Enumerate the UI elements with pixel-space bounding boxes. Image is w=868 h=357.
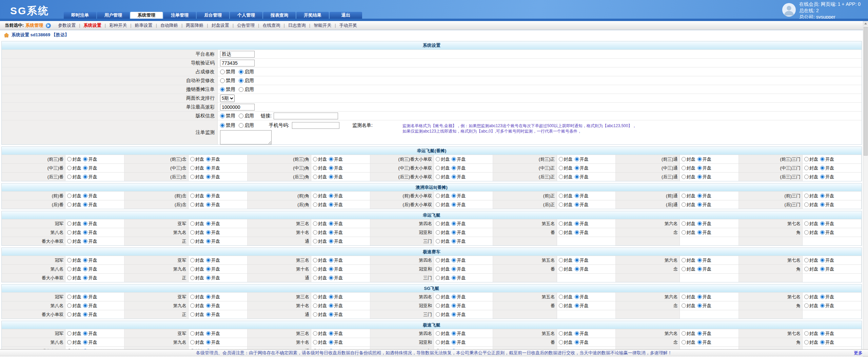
- open-radio[interactable]: 开盘: [206, 221, 220, 227]
- close-radio[interactable]: 封盘: [804, 221, 818, 227]
- close-radio-input[interactable]: [559, 267, 563, 271]
- open-radio[interactable]: 开盘: [206, 238, 220, 244]
- close-radio-input[interactable]: [436, 239, 440, 243]
- open-radio[interactable]: 开盘: [575, 193, 589, 199]
- close-radio-input[interactable]: [559, 340, 563, 344]
- close-radio-input[interactable]: [682, 175, 686, 179]
- open-radio-input[interactable]: [575, 331, 579, 336]
- close-radio[interactable]: 封盘: [804, 339, 818, 345]
- open-radio[interactable]: 开盘: [575, 174, 589, 180]
- open-radio-input[interactable]: [452, 239, 456, 243]
- tab-开奖结果[interactable]: 开奖结果: [296, 12, 329, 19]
- open-radio[interactable]: 开盘: [329, 339, 343, 345]
- close-radio[interactable]: 封盘: [313, 275, 327, 281]
- enable-radio-input[interactable]: [239, 70, 243, 74]
- close-radio-input[interactable]: [313, 166, 317, 170]
- close-radio-input[interactable]: [190, 157, 195, 161]
- open-radio[interactable]: 开盘: [820, 230, 834, 236]
- open-radio[interactable]: 开盘: [329, 202, 343, 208]
- close-radio[interactable]: 封盘: [313, 312, 327, 318]
- close-radio[interactable]: 封盘: [559, 294, 573, 300]
- close-radio-input[interactable]: [804, 295, 809, 299]
- open-radio[interactable]: 开盘: [820, 156, 834, 162]
- close-radio-input[interactable]: [436, 295, 440, 299]
- open-radio-input[interactable]: [452, 175, 456, 179]
- close-radio[interactable]: 封盘: [804, 294, 818, 300]
- open-radio[interactable]: 开盘: [452, 266, 466, 272]
- close-radio-input[interactable]: [190, 230, 195, 235]
- close-radio-input[interactable]: [436, 312, 440, 317]
- close-radio-input[interactable]: [804, 340, 809, 344]
- open-radio-input[interactable]: [329, 157, 333, 161]
- open-radio[interactable]: 开盘: [83, 312, 97, 318]
- close-radio[interactable]: 封盘: [67, 339, 81, 345]
- open-radio[interactable]: 开盘: [83, 294, 97, 300]
- open-radio-input[interactable]: [452, 312, 456, 317]
- enable-radio[interactable]: 启用: [239, 78, 254, 84]
- disable-radio-input[interactable]: [220, 87, 225, 92]
- close-radio-input[interactable]: [559, 194, 563, 198]
- open-radio-input[interactable]: [820, 295, 825, 299]
- copyright-link-input[interactable]: [274, 113, 338, 119]
- open-radio[interactable]: 开盘: [329, 294, 343, 300]
- open-radio-input[interactable]: [83, 340, 87, 344]
- close-radio[interactable]: 封盘: [313, 257, 327, 263]
- close-radio[interactable]: 封盘: [682, 266, 695, 272]
- close-radio-input[interactable]: [804, 267, 809, 271]
- open-radio-input[interactable]: [820, 230, 825, 235]
- open-radio[interactable]: 开盘: [697, 266, 711, 272]
- close-radio[interactable]: 封盘: [682, 202, 695, 208]
- disable-radio[interactable]: 禁用: [220, 122, 235, 128]
- open-radio[interactable]: 开盘: [83, 331, 97, 337]
- open-radio[interactable]: 开盘: [575, 266, 589, 272]
- close-radio-input[interactable]: [190, 312, 195, 317]
- open-radio-input[interactable]: [820, 258, 825, 262]
- close-radio-input[interactable]: [67, 267, 72, 271]
- close-radio-input[interactable]: [559, 303, 563, 308]
- close-radio-input[interactable]: [682, 303, 686, 308]
- open-radio-input[interactable]: [820, 175, 825, 179]
- close-radio[interactable]: 封盘: [436, 257, 450, 263]
- open-radio-input[interactable]: [83, 276, 87, 280]
- close-radio[interactable]: 封盘: [313, 331, 327, 337]
- open-radio-input[interactable]: [329, 221, 333, 226]
- open-radio-input[interactable]: [206, 340, 211, 344]
- close-radio-input[interactable]: [313, 157, 317, 161]
- open-radio[interactable]: 开盘: [83, 266, 97, 272]
- open-radio-input[interactable]: [452, 295, 456, 299]
- tab-个人管理[interactable]: 个人管理: [230, 12, 262, 19]
- close-radio-input[interactable]: [436, 258, 440, 262]
- close-radio[interactable]: 封盘: [190, 202, 204, 208]
- open-radio[interactable]: 开盘: [452, 257, 466, 263]
- open-radio-input[interactable]: [697, 175, 702, 179]
- open-radio[interactable]: 开盘: [575, 230, 589, 236]
- close-radio[interactable]: 封盘: [682, 303, 695, 309]
- open-radio[interactable]: 开盘: [329, 174, 343, 180]
- close-radio-input[interactable]: [559, 221, 563, 226]
- tab-用户管理[interactable]: 用户管理: [97, 12, 130, 19]
- open-radio[interactable]: 开盘: [83, 193, 97, 199]
- close-radio-input[interactable]: [436, 230, 440, 235]
- enable-radio[interactable]: 启用: [239, 113, 254, 119]
- open-radio[interactable]: 开盘: [575, 156, 589, 162]
- close-radio-input[interactable]: [190, 194, 195, 198]
- close-radio[interactable]: 封盘: [190, 339, 204, 345]
- open-radio-input[interactable]: [575, 202, 579, 207]
- open-radio[interactable]: 开盘: [206, 202, 220, 208]
- phone-input[interactable]: [292, 122, 339, 129]
- open-radio-input[interactable]: [452, 258, 456, 262]
- open-radio-input[interactable]: [697, 267, 702, 271]
- close-radio-input[interactable]: [559, 175, 563, 179]
- close-radio[interactable]: 封盘: [67, 275, 81, 281]
- close-radio-input[interactable]: [190, 175, 195, 179]
- open-radio-input[interactable]: [697, 331, 702, 336]
- close-radio[interactable]: 封盘: [190, 174, 204, 180]
- close-radio[interactable]: 封盘: [559, 156, 573, 162]
- close-radio-input[interactable]: [313, 303, 317, 308]
- open-radio-input[interactable]: [697, 303, 702, 308]
- open-radio[interactable]: 开盘: [83, 339, 97, 345]
- close-radio-input[interactable]: [436, 331, 440, 336]
- close-radio[interactable]: 封盘: [67, 230, 81, 236]
- disable-radio[interactable]: 禁用: [220, 113, 235, 119]
- open-radio[interactable]: 开盘: [452, 312, 466, 318]
